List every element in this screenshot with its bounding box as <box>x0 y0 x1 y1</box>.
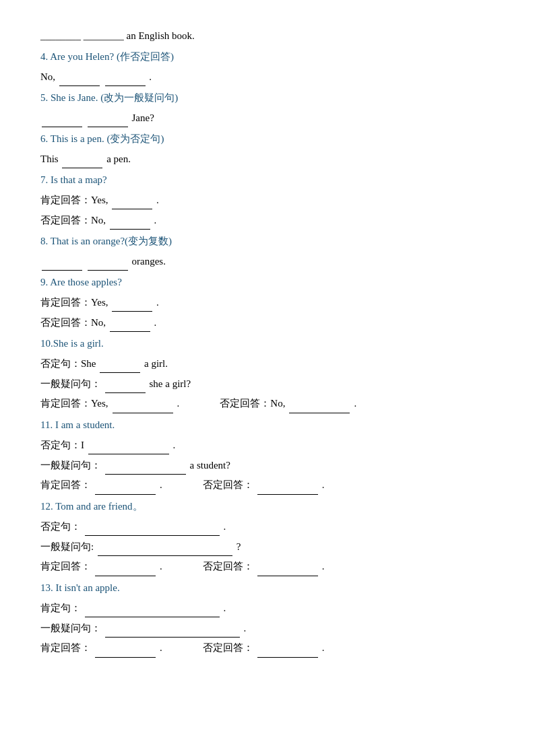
blank-2: ________ <box>84 30 124 41</box>
blank-q4-1 <box>59 67 100 86</box>
blank-q13-pos <box>85 598 220 617</box>
blank-1: ________ <box>40 30 81 41</box>
blank-q10-neg <box>100 354 140 373</box>
question-9: 9. Are those apples? 肯定回答：Yes, . 否定回答：No… <box>40 273 495 332</box>
line1: ________ ________ an English book. <box>40 27 495 45</box>
blank-q13-q1 <box>105 619 240 638</box>
question-10: 10.She is a girl. 否定句：She a girl. 一般疑问句：… <box>40 335 495 413</box>
blank-q11-pos <box>95 476 156 495</box>
question-11: 11. I am a student. 否定句：I . 一般疑问句： a stu… <box>40 416 495 495</box>
worksheet-content: ________ ________ an English book. 4. Ar… <box>40 27 495 658</box>
blank-q7-neg <box>110 211 150 230</box>
blank-q9-pos <box>112 293 152 312</box>
blank-q9-neg <box>110 313 150 332</box>
blank-q8-2 <box>88 252 128 271</box>
question-12: 12. Tom and are friend。 否定句： . 一般疑问句: ? … <box>40 497 495 576</box>
question-13: 13. It isn't an apple. 肯定句： . 一般疑问句： . 肯… <box>40 579 495 658</box>
q10-answers: 肯定回答：Yes, . 否定回答：No, . <box>40 394 495 413</box>
blank-q13-pos2 <box>95 639 156 658</box>
blank-q4-2 <box>105 67 146 86</box>
blank-q11-neg2 <box>257 476 318 495</box>
question-5: 5. She is Jane. (改为一般疑问句) Jane? <box>40 89 495 127</box>
q11-answers: 肯定回答： . 否定回答： . <box>40 476 495 495</box>
blank-q12-q1 <box>98 537 232 556</box>
q13-answers: 肯定回答： . 否定回答： . <box>40 639 495 658</box>
blank-q7-pos <box>112 191 152 209</box>
blank-q12-neg2 <box>257 557 318 576</box>
blank-q11-neg <box>88 436 169 454</box>
blank-q8-1 <box>42 252 82 271</box>
blank-q5-2 <box>88 108 128 127</box>
q12-answers: 肯定回答： . 否定回答： . <box>40 557 495 576</box>
blank-q12-pos <box>95 557 156 576</box>
question-8: 8. That is an orange?(变为复数) oranges. <box>40 232 495 271</box>
blank-q10-neg2 <box>289 394 350 413</box>
blank-q10-pos <box>113 394 173 413</box>
question-6: 6. This is a pen. (变为否定句) This a pen. <box>40 130 495 168</box>
blank-q11-q1 <box>105 456 186 475</box>
question-4: 4. Are you Helen? (作否定回答) No, . <box>40 48 495 86</box>
blank-q10-q1 <box>105 374 146 393</box>
blank-q12-neg <box>85 517 220 536</box>
blank-q13-neg <box>257 639 318 658</box>
question-7: 7. Is that a map? 肯定回答：Yes, . 否定回答：No, . <box>40 171 495 230</box>
blank-q5-1 <box>42 108 82 127</box>
blank-q6-1 <box>62 149 102 168</box>
